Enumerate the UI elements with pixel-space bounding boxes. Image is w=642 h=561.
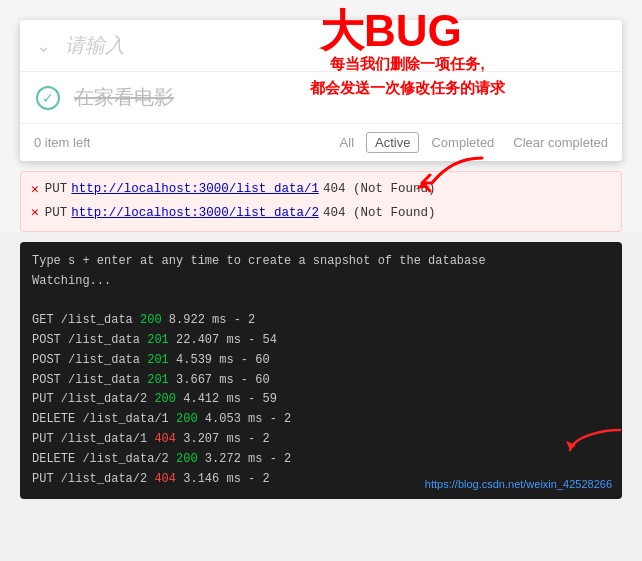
clear-completed-button[interactable]: Clear completed xyxy=(513,135,608,150)
todo-input-placeholder: 请输入 xyxy=(65,32,125,59)
watermark: https://blog.csdn.net/weixin_42528266 xyxy=(425,475,612,493)
error-method-1: PUT xyxy=(45,178,68,201)
terminal-line-5: POST /list_data 201 22.407 ms - 54 xyxy=(32,331,610,351)
error-line-2: ✕ PUT http://localhost:3000/list_data/2 … xyxy=(31,201,611,224)
terminal-section: Type s + enter at any time to create a s… xyxy=(20,242,622,500)
terminal-line-6: POST /list_data 201 4.539 ms - 60 xyxy=(32,351,610,371)
error-url-2[interactable]: http://localhost:3000/list_data/2 xyxy=(71,202,319,225)
terminal-line-1: Type s + enter at any time to create a s… xyxy=(32,252,610,272)
terminal-line-8: PUT /list_data/2 200 4.412 ms - 59 xyxy=(32,390,610,410)
terminal-line-9: DELETE /list_data/1 200 4.053 ms - 2 xyxy=(32,410,610,430)
terminal-line-3 xyxy=(32,291,610,311)
error-panel: ✕ PUT http://localhost:3000/list_data/1 … xyxy=(20,171,622,232)
error-status-2: 404 (Not Found) xyxy=(323,202,436,225)
filter-buttons: All Active Completed xyxy=(331,132,504,153)
terminal-line-11: DELETE /list_data/2 200 3.272 ms - 2 xyxy=(32,450,610,470)
error-icon-1: ✕ xyxy=(31,178,39,201)
error-url-1[interactable]: http://localhost:3000/list_data/1 xyxy=(71,178,319,201)
error-icon-2: ✕ xyxy=(31,201,39,224)
annotation-text: 每当我们删除一项任务, 都会发送一次修改任务的请求 xyxy=(310,52,505,100)
filter-completed-button[interactable]: Completed xyxy=(422,132,503,153)
filter-active-button[interactable]: Active xyxy=(366,132,419,153)
arrow-indicator xyxy=(412,153,492,197)
filter-all-button[interactable]: All xyxy=(331,132,363,153)
chevron-down-icon: ⌄ xyxy=(36,35,51,57)
error-line-1: ✕ PUT http://localhost:3000/list_data/1 … xyxy=(31,178,611,201)
todo-item-text: 在家看电影 xyxy=(74,84,174,111)
error-method-2: PUT xyxy=(45,202,68,225)
terminal-line-7: POST /list_data 201 3.667 ms - 60 xyxy=(32,371,610,391)
terminal-line-4: GET /list_data 200 8.922 ms - 2 xyxy=(32,311,610,331)
todo-footer: 0 item left All Active Completed Clear c… xyxy=(20,124,622,161)
top-section: 大BUG 每当我们删除一项任务, 都会发送一次修改任务的请求 ⌄ 请输入 ✓ 在… xyxy=(0,0,642,232)
item-count: 0 item left xyxy=(34,135,331,150)
terminal-line-10: PUT /list_data/1 404 3.207 ms - 2 xyxy=(32,430,610,450)
check-circle[interactable]: ✓ xyxy=(36,86,60,110)
terminal-arrow-1 xyxy=(565,425,625,455)
terminal-line-2: Watching... xyxy=(32,272,610,292)
